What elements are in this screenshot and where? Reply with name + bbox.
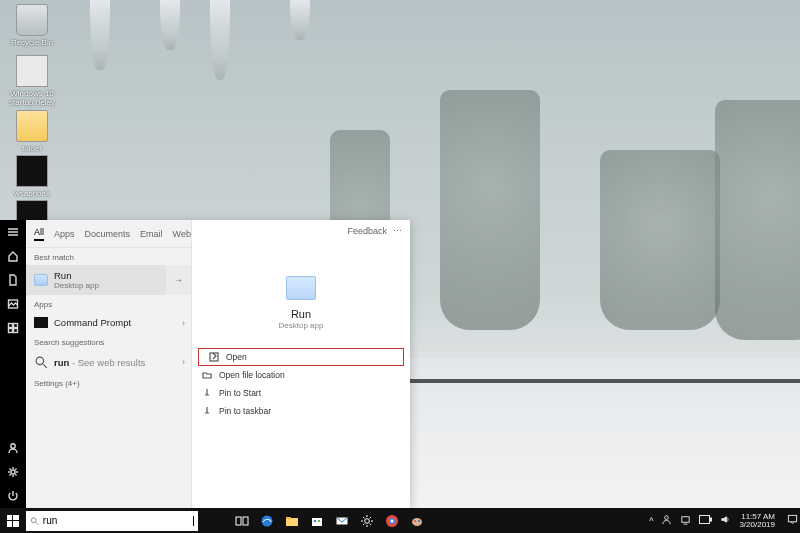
taskbar-clock[interactable]: 11:57 AM 3/20/2019 — [739, 513, 779, 529]
search-filter-tabs: All Apps Documents Email Web More ▾ — [26, 220, 191, 248]
search-preview-pane: Feedback ⋯ Run Desktop app Open Open fil… — [191, 220, 410, 508]
rail-doc-icon[interactable] — [0, 268, 26, 292]
svg-rect-2 — [14, 324, 18, 328]
rail-gear-icon[interactable] — [0, 460, 26, 484]
wallpaper-icicle — [210, 0, 230, 80]
tray-people-icon[interactable] — [661, 514, 672, 527]
search-input[interactable] — [43, 515, 188, 526]
search-icon — [34, 355, 48, 369]
start-button[interactable] — [0, 508, 26, 533]
result-command-prompt[interactable]: Command Prompt › — [26, 312, 191, 333]
more-options-icon[interactable]: ⋯ — [393, 226, 402, 236]
text-caret — [193, 516, 194, 526]
rail-home-icon[interactable] — [0, 244, 26, 268]
svg-point-26 — [391, 519, 394, 522]
rail-grid-icon[interactable] — [0, 316, 26, 340]
action-open[interactable]: Open — [198, 348, 404, 366]
tab-web[interactable]: Web — [173, 229, 191, 239]
svg-rect-32 — [700, 516, 710, 524]
settings-icon[interactable] — [359, 513, 375, 529]
desktop-icon-doc[interactable]: Windows 10 startup delay — [5, 55, 59, 107]
explorer-icon[interactable] — [284, 513, 300, 529]
result-label: run - See web results — [54, 357, 145, 368]
chevron-right-icon: › — [182, 318, 185, 328]
svg-point-13 — [31, 517, 36, 522]
tab-apps[interactable]: Apps — [54, 229, 75, 239]
svg-rect-34 — [788, 515, 796, 521]
action-pin-taskbar[interactable]: Pin to taskbar — [192, 402, 410, 420]
tray-network-icon[interactable] — [680, 514, 691, 527]
wallpaper-tree — [715, 100, 800, 340]
tab-all[interactable]: All — [34, 227, 44, 241]
wallpaper-tree — [440, 90, 540, 330]
wallpaper-icicle — [160, 0, 180, 50]
search-icon — [30, 516, 39, 526]
rail-user-icon[interactable] — [0, 436, 26, 460]
feedback-link[interactable]: Feedback — [347, 226, 387, 236]
result-web-run[interactable]: run - See web results › — [26, 350, 191, 374]
rail-pic-icon[interactable] — [0, 292, 26, 316]
search-panel: All Apps Documents Email Web More ▾ Best… — [26, 220, 410, 508]
section-settings: Settings (4+) — [26, 374, 191, 391]
svg-rect-10 — [13, 515, 19, 520]
windows-icon — [7, 515, 19, 527]
pin-icon — [202, 388, 212, 398]
rail-menu-icon[interactable] — [0, 220, 26, 244]
svg-rect-17 — [286, 518, 298, 526]
search-results-column: All Apps Documents Email Web More ▾ Best… — [26, 220, 191, 508]
result-sub: Desktop app — [54, 281, 99, 290]
section-apps: Apps — [26, 295, 191, 312]
result-run[interactable]: Run Desktop app — [26, 265, 166, 295]
open-icon — [209, 352, 219, 362]
task-view-button[interactable] — [234, 513, 250, 529]
svg-point-7 — [36, 357, 43, 364]
wallpaper-icicle — [290, 0, 310, 40]
svg-rect-11 — [7, 521, 12, 527]
svg-point-29 — [418, 520, 420, 522]
tab-documents[interactable]: Documents — [85, 229, 131, 239]
pin-icon — [202, 406, 212, 416]
taskbar-search[interactable] — [26, 511, 198, 531]
expand-arrow[interactable]: → — [166, 265, 191, 295]
tab-email[interactable]: Email — [140, 229, 163, 239]
wallpaper-icicle — [90, 0, 110, 70]
notifications-icon[interactable] — [787, 514, 798, 527]
preview-sub: Desktop app — [279, 321, 324, 330]
rail-power-icon[interactable] — [0, 484, 26, 508]
svg-rect-12 — [13, 521, 19, 527]
tray-volume-icon[interactable] — [720, 514, 731, 527]
tray-overflow-icon[interactable]: ^ — [649, 516, 653, 526]
result-label: Command Prompt — [54, 317, 131, 328]
run-icon — [286, 276, 316, 300]
cmd-icon — [34, 317, 48, 328]
edge-icon[interactable] — [259, 513, 275, 529]
svg-rect-21 — [318, 520, 320, 522]
mail-icon[interactable] — [334, 513, 350, 529]
action-pin-start[interactable]: Pin to Start — [192, 384, 410, 402]
svg-rect-33 — [710, 518, 712, 521]
section-best-match: Best match — [26, 248, 191, 265]
svg-rect-9 — [7, 515, 12, 520]
svg-point-6 — [11, 470, 15, 474]
preview-title: Run — [291, 308, 311, 320]
action-open-file-location[interactable]: Open file location — [192, 366, 410, 384]
desktop-icon-cmd[interactable]: wsappbak — [5, 155, 59, 198]
store-icon[interactable] — [309, 513, 325, 529]
section-suggestions: Search suggestions — [26, 333, 191, 350]
svg-point-23 — [365, 518, 370, 523]
svg-rect-19 — [312, 518, 322, 526]
svg-rect-1 — [9, 324, 13, 328]
system-tray: ^ 11:57 AM 3/20/2019 — [649, 513, 800, 529]
desktop-icon-recycle-bin[interactable]: Recycle Bin — [5, 4, 59, 47]
desktop-icon-folder[interactable]: folder — [5, 110, 59, 153]
svg-point-30 — [665, 516, 669, 520]
paint-icon[interactable] — [409, 513, 425, 529]
tray-battery-icon[interactable] — [699, 515, 712, 526]
start-rail — [0, 220, 26, 508]
desktop: Recycle Bin Windows 10 startup delay fol… — [0, 0, 800, 533]
svg-rect-4 — [14, 329, 18, 333]
chrome-icon[interactable] — [384, 513, 400, 529]
svg-point-27 — [412, 518, 422, 526]
run-icon — [34, 274, 48, 286]
svg-point-28 — [414, 520, 416, 522]
